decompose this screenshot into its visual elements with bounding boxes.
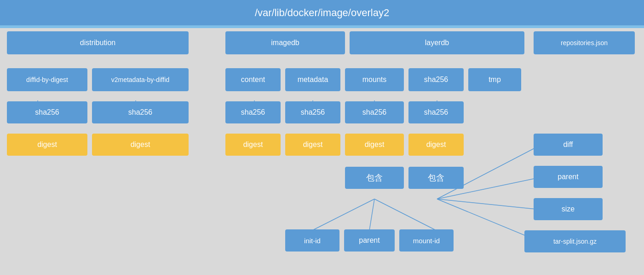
tmp-box: tmp	[468, 68, 521, 91]
sha256-img-box: sha256	[408, 68, 464, 91]
diffid-by-digest-box: diffid-by-digest	[7, 68, 87, 91]
sha256-layerdb: sha256	[408, 101, 464, 123]
sha256-content: sha256	[225, 101, 281, 123]
sha256-mounts: sha256	[345, 101, 404, 123]
sha256-dist-right: sha256	[92, 101, 189, 123]
mount-id-box: mount-id	[399, 229, 454, 252]
mounts-box: mounts	[345, 68, 404, 91]
sha256-metadata: sha256	[285, 101, 340, 123]
header-title: /var/lib/docker/image/overlay2	[255, 7, 389, 19]
imagedb-header: imagedb	[225, 31, 345, 54]
digest-dist-left: digest	[7, 134, 87, 156]
svg-line-11	[369, 199, 374, 230]
baohang-mounts: 包含	[345, 167, 404, 189]
repositories-json-box: repositories.json	[534, 31, 635, 54]
sha256-dist-left: sha256	[7, 101, 87, 123]
digest-layerdb: digest	[408, 134, 464, 156]
parent-mounts-box: parent	[344, 229, 395, 252]
divider	[0, 25, 644, 28]
content-box: content	[225, 68, 281, 91]
diff-box: diff	[534, 134, 603, 156]
parent-right-box: parent	[534, 166, 603, 188]
svg-line-15	[437, 199, 540, 210]
size-box: size	[534, 198, 603, 220]
distribution-header: distribution	[7, 31, 189, 54]
layerdb-header: layerdb	[350, 31, 524, 54]
baohang-layerdb: 包含	[408, 167, 464, 189]
digest-metadata: digest	[285, 134, 340, 156]
digest-dist-right: digest	[92, 134, 189, 156]
metadata-box: metadata	[285, 68, 340, 91]
svg-line-12	[374, 199, 436, 230]
digest-content: digest	[225, 134, 281, 156]
header: /var/lib/docker/image/overlay2	[0, 0, 644, 25]
v2metadata-by-diffid-box: v2metadata-by-diffid	[92, 68, 189, 91]
digest-mounts: digest	[345, 134, 404, 156]
init-id-box: init-id	[285, 229, 339, 252]
svg-line-10	[312, 199, 374, 230]
tar-split-box: tar-split.json.gz	[524, 230, 626, 252]
